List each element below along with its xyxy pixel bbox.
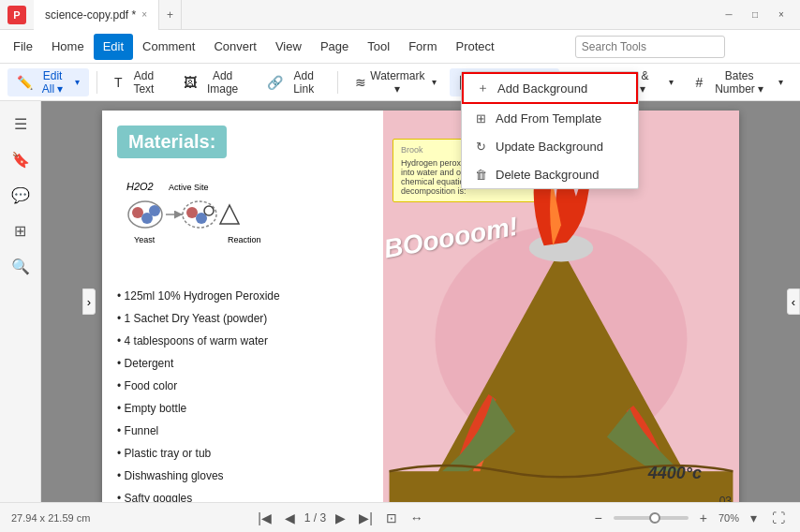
yeast-diagram: H2O2 Active Site [117,177,368,273]
first-page-btn[interactable]: |◀ [254,509,275,527]
menu-file[interactable]: File [4,34,42,60]
zoom-in-btn[interactable]: + [696,509,711,527]
menu-tool[interactable]: Tool [358,34,399,60]
material-item: Food color [117,375,368,397]
link-icon: 🔗 [267,75,283,90]
add-image-btn[interactable]: 🖼 Add Image [174,68,254,96]
search-tools-area [504,36,796,58]
material-item: Safty goggles [117,487,368,502]
image-icon: 🖼 [184,75,197,90]
sidebar-comment-icon[interactable]: 💬 [6,180,36,210]
bates-number-btn[interactable]: # Bates Number ▾ [687,68,793,96]
sidebar-search-icon[interactable]: 🔍 [6,251,36,281]
materials-list: 125ml 10% Hydrogen Peroxide 1 Sachet Dry… [117,285,368,502]
add-link-btn[interactable]: 🔗 Add Link [258,68,331,96]
tab-filename: science-copy.pdf * [45,8,136,22]
page-info: 1 / 3 [304,511,326,525]
zoom-level: 70% [719,512,739,524]
svg-point-3 [132,207,143,218]
fit-width-btn[interactable]: ↔ [407,509,427,527]
left-sidebar: ☰ 🔖 💬 ⊞ 🔍 [0,101,41,502]
minimize-btn[interactable]: ─ [718,4,740,26]
add-background-icon: ＋ [475,81,490,96]
watermark-label: Watermark ▾ [370,69,424,96]
close-btn[interactable]: × [770,4,793,26]
toolbar-sep-1 [96,71,97,94]
maximize-btn[interactable]: □ [744,4,766,26]
sidebar-bookmark-icon[interactable]: 🔖 [6,144,36,174]
material-item: Detergent [117,352,368,375]
update-icon: ↻ [473,139,488,154]
toolbar-sep-2 [337,71,338,94]
add-from-template-item[interactable]: ⊞ Add From Template [462,104,638,132]
menu-comment[interactable]: Comment [133,34,204,60]
file-tab[interactable]: science-copy.pdf * × [34,0,159,30]
delete-background-item[interactable]: 🗑 Delete Background [462,160,638,188]
zoom-out-btn[interactable]: − [591,509,606,527]
window-controls: ─ □ × [718,4,793,26]
right-panel-toggle[interactable]: ‹ [787,288,800,315]
app-icon: P [7,6,26,24]
material-item: Plastic tray or tub [117,442,368,465]
material-item: 4 tablespoons of warm water [117,330,368,352]
menu-view[interactable]: View [266,34,311,60]
add-text-btn[interactable]: T Add Text [105,68,170,96]
svg-point-8 [186,207,198,218]
add-link-label: Add Link [287,69,321,96]
search-tools-input[interactable] [575,36,725,58]
prev-page-btn[interactable]: ◀ [281,509,299,527]
toolbar: ✏️ Edit All ▾ T Add Text 🖼 Add Image 🔗 A… [0,64,800,101]
svg-point-10 [204,206,214,215]
add-background-label: Add Background [497,81,587,96]
zoom-slider[interactable] [614,516,689,520]
update-background-label: Update Background [496,140,603,154]
add-image-label: Add Image [200,69,244,96]
menu-home[interactable]: Home [42,34,94,60]
fullscreen-btn[interactable]: ⛶ [768,509,789,527]
new-tab-btn[interactable]: + [159,0,182,30]
pdf-area: › Materials: H2O2 Active Site [41,101,800,502]
template-icon: ⊞ [473,111,488,126]
material-item: 1 Sachet Dry Yeast (powder) [117,307,368,330]
zoom-thumb [649,512,660,524]
edit-all-label: Edit All ▾ [37,69,68,96]
pdf-page: Materials: H2O2 Active Site [102,111,739,502]
watermark-icon: ≋ [355,75,366,90]
material-item: Funnel [117,420,368,442]
title-bar: P science-copy.pdf * × + ─ □ × [0,0,800,30]
update-background-item[interactable]: ↻ Update Background [462,132,638,160]
left-panel-toggle[interactable]: › [82,288,96,315]
page-left: Materials: H2O2 Active Site [102,111,383,502]
menu-protect[interactable]: Protect [446,34,503,60]
menu-page[interactable]: Page [311,34,358,60]
zoom-preset-btn[interactable]: ▾ [747,509,761,527]
watermark-btn[interactable]: ≋ Watermark ▾ [346,68,445,96]
menu-form[interactable]: Form [399,34,446,60]
edit-all-btn[interactable]: ✏️ Edit All ▾ [7,68,89,96]
svg-text:Active Site: Active Site [169,183,209,192]
material-item: Empty bottle [117,397,368,420]
add-from-template-label: Add From Template [496,111,601,126]
fit-page-btn[interactable]: ⊡ [382,509,401,527]
main-layout: ☰ 🔖 💬 ⊞ 🔍 › Materials: H2O2 Active Site [0,101,800,502]
page-nav: |◀ ◀ 1 / 3 ▶ ▶| ⊡ ↔ [254,509,427,527]
yeast-diagram-svg: H2O2 Active Site [117,177,267,271]
menu-convert[interactable]: Convert [204,34,266,60]
material-item: Dishwashing gloves [117,465,368,487]
title-bar-left: P [7,6,26,24]
svg-text:Yeast: Yeast [134,235,156,244]
last-page-btn[interactable]: ▶| [355,509,377,527]
sidebar-nav-icon[interactable]: ☰ [6,109,36,139]
status-bar: 27.94 x 21.59 cm |◀ ◀ 1 / 3 ▶ ▶| ⊡ ↔ − +… [0,502,800,532]
page-number: 03 [719,495,732,502]
sidebar-pages-icon[interactable]: ⊞ [6,215,36,245]
add-background-item[interactable]: ＋ Add Background [462,72,638,104]
svg-text:Reaction: Reaction [228,235,261,244]
bates-icon: # [696,75,704,90]
tab-close-btn[interactable]: × [141,9,147,20]
menu-edit[interactable]: Edit [94,34,133,60]
next-page-btn[interactable]: ▶ [332,509,349,527]
svg-marker-11 [220,205,239,224]
background-dropdown-menu: ＋ Add Background ⊞ Add From Template ↻ U… [461,71,639,189]
tab-bar: science-copy.pdf * × + [34,0,182,30]
